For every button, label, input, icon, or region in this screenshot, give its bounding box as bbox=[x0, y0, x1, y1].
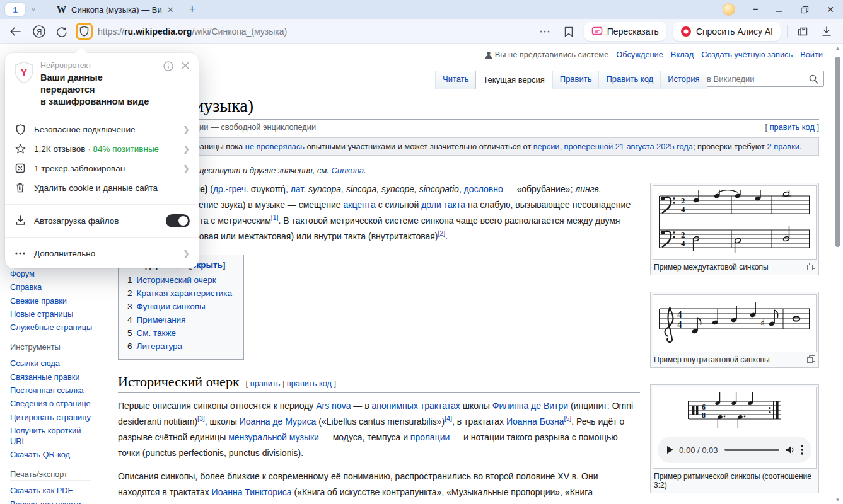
popup-divider bbox=[5, 117, 199, 117]
browser-tab-strip: 1 ˅ W Синкопа (музыка) — Ви ✕ + ≡ ✕ bbox=[0, 0, 843, 19]
popup-divider bbox=[5, 204, 199, 205]
bookmark-icon[interactable] bbox=[560, 23, 578, 40]
thumbnail-intermeasure-syncopation[interactable]: 24 24 Пример междутактовой си bbox=[650, 183, 819, 275]
tab-edit[interactable]: Править bbox=[552, 71, 599, 89]
more-options-row[interactable]: Дополнительно ❯ bbox=[5, 244, 199, 263]
sidebar-link[interactable]: Версия для печати bbox=[10, 500, 98, 504]
lede-edit-source-link[interactable]: [ править код ] bbox=[765, 122, 820, 132]
userbar-link-create-account[interactable]: Создать учётную запись bbox=[701, 50, 793, 59]
kebab-menu-icon[interactable] bbox=[801, 445, 803, 455]
play-icon[interactable] bbox=[666, 445, 673, 454]
svg-text:Y: Y bbox=[20, 67, 28, 79]
window-restore-icon[interactable] bbox=[801, 6, 809, 14]
tab-counter-button[interactable]: 1 bbox=[5, 3, 25, 16]
new-tab-button[interactable]: + bbox=[189, 3, 196, 16]
scrollbar-thumb[interactable] bbox=[835, 57, 840, 247]
svg-text:2: 2 bbox=[681, 230, 685, 239]
tab-list-chevron-icon[interactable]: ˅ bbox=[25, 3, 42, 16]
popup-headline: Ваши данные передаются bbox=[40, 72, 103, 94]
toc-item[interactable]: 1Исторический очерк bbox=[127, 273, 232, 287]
scroll-up-icon[interactable]: ▲ bbox=[835, 45, 840, 51]
table-of-contents: Содержание [скрыть] 1Исторический очерк … bbox=[118, 255, 244, 360]
sidebar-link[interactable]: Получить короткий URL bbox=[10, 426, 86, 447]
yandex-services-icon[interactable]: Я bbox=[30, 23, 48, 40]
chevron-right-icon: ❯ bbox=[183, 249, 190, 258]
ask-alice-button[interactable]: Спросить Алису AI bbox=[673, 22, 781, 41]
address-bar[interactable]: https://ru.wikipedia.org/wiki/Синкопа_(м… bbox=[98, 26, 287, 37]
refresh-icon[interactable] bbox=[53, 23, 71, 40]
audio-player[interactable]: 0:00 / 0:03 bbox=[658, 437, 811, 463]
toc-item[interactable]: 5См. также bbox=[127, 326, 232, 340]
reviews-row[interactable]: 1,2К отзывов · 84% позитивные ❯ bbox=[5, 139, 199, 159]
browser-tab[interactable]: W Синкопа (музыка) — Ви ✕ bbox=[50, 0, 180, 19]
userbar-link-talk[interactable]: Обсуждение bbox=[616, 50, 663, 59]
window-minimize-icon[interactable] bbox=[776, 6, 783, 13]
search-icon[interactable] bbox=[809, 74, 818, 84]
secure-connection-row[interactable]: Безопасное подключение ❯ bbox=[5, 120, 199, 139]
tab-title: Синкопа (музыка) — Ви bbox=[71, 5, 162, 14]
sidebar-link[interactable]: Скачать как PDF bbox=[10, 486, 98, 496]
tracker-blocked-row[interactable]: 1 трекер заблокирован ❯ bbox=[5, 159, 199, 178]
music-staff-bass: 24 24 bbox=[657, 190, 813, 255]
tab-history[interactable]: История bbox=[660, 71, 707, 89]
thumbnail-caption: Пример внутритактовой синкопы bbox=[654, 355, 803, 364]
toc-item[interactable]: 6Литература bbox=[127, 340, 232, 353]
protect-popup: Y Нейропротект Ваши данные передаютсяв з… bbox=[5, 53, 199, 268]
anonymous-user-status: Вы не представились системе bbox=[485, 50, 609, 59]
url-path: /wiki/Синкопа_(музыка) bbox=[192, 26, 287, 37]
userbar-link-contributions[interactable]: Вклад bbox=[671, 50, 694, 59]
sidebar-link[interactable]: Форум bbox=[10, 269, 98, 280]
side-panel-icon[interactable] bbox=[794, 23, 811, 40]
sidebar-link[interactable]: Скачать QR-код bbox=[10, 450, 98, 461]
svg-text:Я: Я bbox=[37, 27, 42, 36]
auto-download-row[interactable]: Автозагрузка файлов bbox=[5, 211, 199, 231]
section-edit-links[interactable]: [ править | править код ] bbox=[246, 379, 337, 388]
url-host: ru.wikipedia.org bbox=[124, 26, 192, 37]
tab-edit-source[interactable]: Править код bbox=[598, 71, 660, 89]
sidebar-link[interactable]: Сведения о странице bbox=[10, 399, 98, 410]
more-actions-icon[interactable] bbox=[536, 23, 554, 40]
page-scrollbar[interactable]: ▲ ▼ bbox=[834, 45, 842, 504]
popup-close-icon[interactable] bbox=[181, 61, 190, 70]
chevron-right-icon: ❯ bbox=[183, 125, 190, 134]
sidebar-link[interactable]: Ссылки сюда bbox=[10, 358, 98, 369]
notation-image-1: 24 24 bbox=[653, 185, 817, 260]
toc-item[interactable]: 3Функции синкопы bbox=[127, 300, 232, 313]
info-icon[interactable] bbox=[163, 61, 173, 71]
toc-item[interactable]: 2Краткая характеристика bbox=[127, 287, 232, 300]
expand-thumbnail-icon[interactable] bbox=[807, 263, 815, 270]
wiki-sidebar: Как править статьи Сообщество Форум Спра… bbox=[10, 242, 98, 504]
volume-icon[interactable] bbox=[786, 445, 794, 454]
thumbnail-intrameasure-syncopation[interactable]: 44 ♯ Пример внутритактовой синкопы bbox=[650, 292, 819, 368]
protect-shield-button[interactable] bbox=[76, 23, 93, 40]
thumbnail-rhythmic-syncopation-audio[interactable]: 68 0:00 / 0:03 bbox=[650, 384, 819, 493]
audio-progress-bar[interactable] bbox=[724, 449, 780, 451]
sidebar-link[interactable]: Цитировать страницу bbox=[10, 413, 98, 423]
scroll-down-icon[interactable]: ▼ bbox=[835, 497, 840, 503]
toc-item[interactable]: 4Примечания bbox=[127, 313, 232, 326]
tab-current-version[interactable]: Текущая версия bbox=[475, 71, 552, 89]
svg-text:6: 6 bbox=[702, 403, 706, 411]
sidebar-link[interactable]: Связанные правки bbox=[10, 372, 98, 383]
sidebar-link[interactable]: Постоянная ссылка bbox=[10, 386, 98, 396]
back-button[interactable] bbox=[6, 23, 24, 40]
url-scheme: https:// bbox=[98, 26, 124, 37]
tab-close-icon[interactable]: ✕ bbox=[167, 5, 174, 14]
userbar-link-login[interactable]: Войти bbox=[800, 50, 823, 59]
menu-hamburger-icon[interactable]: ≡ bbox=[753, 5, 758, 14]
tab-read[interactable]: Читать bbox=[435, 71, 475, 89]
ask-alice-label: Спросить Алису AI bbox=[696, 26, 773, 37]
expand-thumbnail-icon[interactable] bbox=[807, 355, 815, 363]
downloads-icon[interactable] bbox=[818, 23, 835, 40]
pending-changes-banner: Текущая версия страницы пока не проверял… bbox=[118, 137, 819, 156]
sidebar-link[interactable]: Служебные страницы bbox=[10, 323, 98, 333]
sidebar-link[interactable]: Свежие правки bbox=[10, 296, 98, 307]
auto-download-toggle[interactable] bbox=[166, 214, 190, 227]
retell-button[interactable]: Пересказать bbox=[584, 22, 666, 41]
shield-icon bbox=[16, 124, 25, 135]
sidebar-link[interactable]: Справка bbox=[10, 282, 98, 293]
profile-avatar[interactable] bbox=[723, 3, 735, 16]
sidebar-link[interactable]: Новые страницы bbox=[10, 309, 98, 320]
window-close-icon[interactable]: ✕ bbox=[827, 5, 834, 14]
delete-cookies-row[interactable]: Удалить cookie и данные сайта bbox=[5, 178, 199, 198]
